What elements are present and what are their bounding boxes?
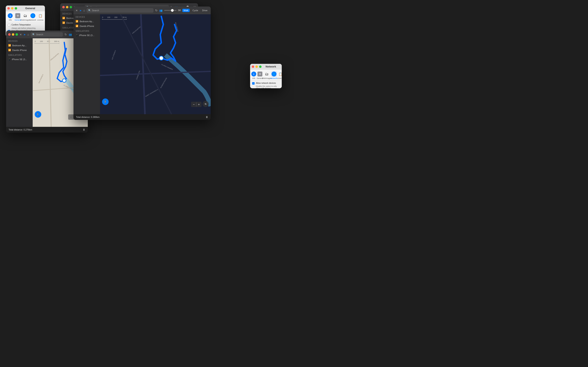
maps-small-search[interactable]: 🔍 Search: [31, 32, 63, 37]
maps-close-button[interactable]: [62, 6, 65, 8]
small-minimize-button[interactable]: [12, 33, 14, 36]
minimize-button[interactable]: [11, 7, 13, 9]
network-icon: 🌐: [30, 13, 36, 18]
maps-large-sidebar: Devices 📶 Bedroom Ap... 📶 Davids iPhone …: [73, 14, 100, 114]
toolbar-item-diskimages[interactable]: 🗂 DiskImages: [22, 13, 29, 21]
small-devices-label: Devices: [6, 38, 33, 43]
maps-large-arrow-icon[interactable]: ➤: [79, 9, 82, 12]
small-maximize-button[interactable]: [16, 33, 18, 36]
maps-large-map: 0 100 200 300 m AUF STEINICH KREUZGARTEN…: [100, 14, 211, 114]
net-license-label: License: [277, 77, 282, 79]
large-zoom-controls: − +: [191, 102, 201, 107]
maps-large-search-box[interactable]: 🔍 Search: [86, 8, 153, 13]
allow-network-checkbox[interactable]: [252, 82, 255, 85]
allow-network-sub: Disable this option to only allow USB de…: [256, 85, 280, 88]
maximize-button[interactable]: [15, 7, 17, 9]
wifi-icon-bedroom: 📶: [62, 17, 65, 19]
teleportation-checkbox[interactable]: [8, 24, 10, 26]
info-label: Info: [9, 19, 12, 21]
small-close-button[interactable]: [8, 33, 11, 36]
large-refresh-icon[interactable]: ↻: [155, 9, 158, 12]
large-bedroom-name: Bedroom Ap...: [80, 20, 94, 23]
maps-large-home-icon[interactable]: ⌂: [83, 9, 85, 12]
large-zoom-minus[interactable]: −: [192, 102, 196, 106]
small-walk-icon: 🚶: [35, 111, 41, 118]
small-zoom-minus[interactable]: −: [69, 115, 73, 119]
svg-line-1: [141, 14, 145, 114]
small-se-name: iPhone SE (3...: [12, 58, 27, 60]
maps-small-sidebar: Devices 📶 Bedroom Ap... 📶 Davids iPhone …: [6, 38, 33, 127]
toolbar-item-info[interactable]: i Info: [7, 13, 14, 21]
network-label: Network: [29, 19, 36, 21]
svg-point-7: [62, 79, 66, 82]
close-button[interactable]: [7, 7, 10, 9]
maps-large-close-x[interactable]: ✕: [76, 9, 78, 12]
large-zoom-plus[interactable]: +: [197, 102, 201, 106]
drive-btn[interactable]: Drive: [201, 9, 209, 12]
general-window-title: General: [17, 7, 43, 10]
large-walk-icon: 🚶: [102, 99, 109, 105]
svg-point-4: [159, 56, 163, 60]
svg-line-2: [100, 71, 211, 75]
large-sidebar-bedroom[interactable]: 📶 Bedroom Ap...: [73, 19, 100, 24]
network-maximize-button[interactable]: [259, 66, 261, 68]
small-distance-footer: Total distance: 0.276km ⏸: [6, 127, 88, 133]
network-toolbar-disk[interactable]: 🗂 DiskImages: [263, 71, 270, 79]
net-info-label: Info: [252, 77, 255, 79]
general-icon: ⚙: [15, 13, 21, 18]
large-iphone-name: Davids iPhone: [80, 25, 94, 27]
network-content: Allow network devices Disable this optio…: [250, 80, 282, 88]
large-zoom-slider[interactable]: [164, 10, 176, 11]
toolbar-item-network[interactable]: 🌐 Network: [29, 13, 36, 21]
network-toolbar-info[interactable]: i Info: [251, 71, 257, 79]
small-people-icon[interactable]: 👥: [69, 33, 72, 36]
large-simulators-label: Simulators: [73, 28, 100, 33]
large-devices-label: Devices: [73, 14, 100, 19]
small-close-x[interactable]: ✕: [20, 33, 22, 36]
large-wifi-icon-bedroom: 📶: [76, 20, 78, 23]
small-home-icon[interactable]: ⌂: [27, 33, 29, 36]
setting-teleportation: Confirm Teleportation: [8, 24, 43, 26]
small-refresh-icon[interactable]: ↻: [65, 33, 67, 36]
net-network-label: Network: [270, 77, 277, 79]
large-search-icon: 🔍: [88, 9, 91, 12]
diskimages-label: DiskImages: [20, 19, 30, 21]
large-distance-text: Total distance: 0.380km: [76, 116, 100, 118]
net-network-icon: 🌐: [271, 71, 277, 77]
small-bedroom-name: Bedroom Ap...: [12, 44, 26, 47]
network-toolbar-network[interactable]: 🌐 Network: [270, 71, 277, 79]
network-minimize-button[interactable]: [255, 66, 258, 68]
small-arrow-icon[interactable]: ➤: [24, 33, 26, 36]
walk-btn[interactable]: Walk: [182, 9, 190, 12]
small-iphone-name: Davids iPhone: [12, 49, 27, 51]
large-layers-icon[interactable]: 🗺: [178, 9, 181, 12]
maps-large-toolbar: ✕ ➤ ⌂ 🔍 Search ↻ 👥 🗺 Walk Cycle Drive: [73, 7, 211, 14]
maps-traffic-lights: [62, 6, 72, 8]
wifi-icon-iphone: 📶: [62, 21, 65, 24]
net-license-icon: 📋: [278, 71, 282, 77]
toolbar-item-license[interactable]: 📋 License: [37, 13, 44, 21]
maps-maximize-button[interactable]: [70, 6, 72, 8]
large-pause-button[interactable]: ⏸: [205, 115, 208, 119]
cycle-btn[interactable]: Cycle: [191, 9, 199, 12]
maps-minimize-button[interactable]: [66, 6, 68, 8]
allow-network-row: Allow network devices: [252, 82, 280, 85]
maps-large-body: Devices 📶 Bedroom Ap... 📶 Davids iPhone …: [73, 14, 211, 114]
large-sidebar-iphone[interactable]: 📶 Davids iPhone: [73, 24, 100, 28]
small-search-icon: 🔍: [32, 33, 35, 36]
small-pause-button[interactable]: ⏸: [82, 128, 85, 131]
net-info-icon: i: [251, 71, 257, 77]
large-sidebar-se[interactable]: 📱 iPhone SE (3...: [73, 33, 100, 38]
small-distance-text: Total distance: 0.276km: [9, 128, 32, 131]
small-sidebar-bedroom[interactable]: 📶 Bedroom Ap...: [6, 43, 33, 48]
small-sidebar-iphone[interactable]: 📶 Davids iPhone: [6, 48, 33, 52]
info-icon: i: [7, 13, 13, 18]
general-toolbar: i Info ⚙ General 🗂 DiskImages 🌐 Network …: [6, 11, 45, 22]
large-compass[interactable]: N: [203, 101, 209, 107]
allow-network-label: Allow network devices: [256, 82, 276, 84]
network-close-button[interactable]: [252, 66, 254, 68]
small-wifi-iphone: 📶: [8, 49, 11, 51]
small-sidebar-se[interactable]: 📱 iPhone SE (3...: [6, 57, 33, 62]
network-toolbar-license[interactable]: 📋 License: [277, 71, 282, 79]
large-people-icon[interactable]: 👥: [159, 9, 163, 12]
